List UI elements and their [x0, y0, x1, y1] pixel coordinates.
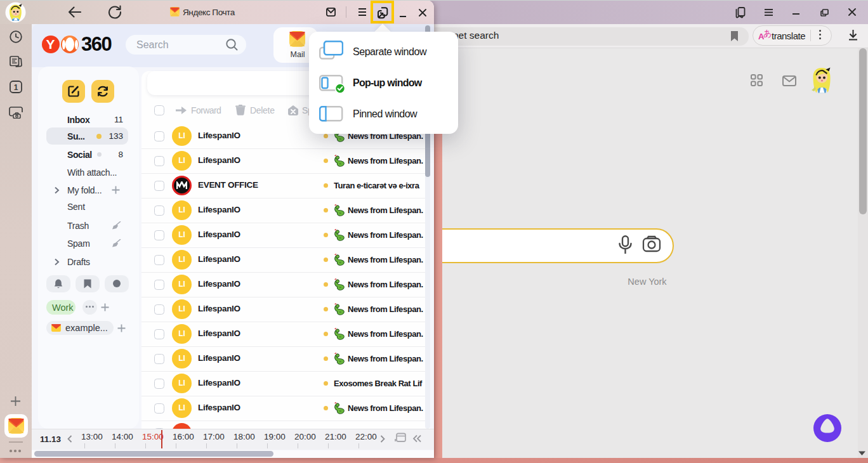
- svg-text:1: 1: [14, 83, 18, 92]
